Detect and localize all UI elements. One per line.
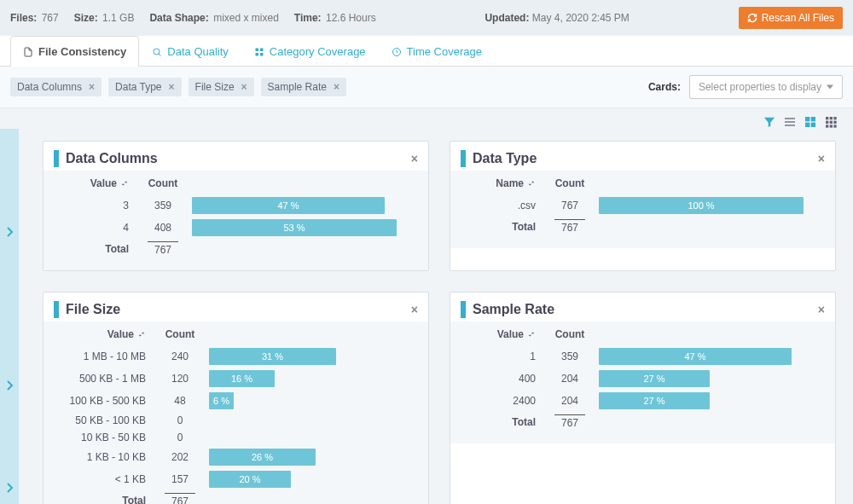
header-value[interactable]: Value bbox=[461, 328, 546, 340]
table-row: 3 359 47 % bbox=[54, 194, 418, 217]
row-value: 500 KB - 1 MB bbox=[54, 373, 156, 385]
filter-icon[interactable] bbox=[763, 115, 776, 129]
tab-data-quality[interactable]: Data Quality bbox=[139, 36, 241, 67]
svg-rect-13 bbox=[826, 117, 828, 119]
card-close-button[interactable]: × bbox=[818, 152, 825, 165]
chip-remove-icon[interactable]: × bbox=[241, 81, 247, 93]
rail-expand-button[interactable] bbox=[0, 155, 19, 309]
row-count: 204 bbox=[546, 373, 594, 385]
row-bar-cell: 27 % bbox=[594, 392, 825, 409]
header-count[interactable]: Count bbox=[546, 177, 594, 189]
row-value: 1 KB - 10 KB bbox=[54, 451, 156, 463]
table-row: 1 KB - 10 KB 202 26 % bbox=[54, 446, 418, 468]
metric-time: Time: 12.6 Hours bbox=[294, 12, 376, 24]
file-icon bbox=[23, 47, 33, 57]
row-count: 204 bbox=[546, 395, 594, 407]
rescan-button[interactable]: Rescan All Files bbox=[739, 7, 843, 29]
row-value: 4 bbox=[54, 222, 139, 234]
header-value[interactable]: Value bbox=[54, 328, 156, 340]
table-row: 10 KB - 50 KB 0 bbox=[54, 429, 418, 446]
large-grid-view-icon[interactable] bbox=[804, 115, 817, 129]
chip-sample-rate[interactable]: Sample Rate× bbox=[261, 78, 346, 96]
cards-selector-group: Cards: Select properties to display bbox=[648, 75, 843, 99]
metrics-group: Files: 767 Size: 1.1 GB Data Shape: mixe… bbox=[10, 12, 376, 24]
header-count[interactable]: Count bbox=[546, 328, 594, 340]
header-value[interactable]: Name bbox=[461, 177, 546, 189]
row-value: < 1 KB bbox=[54, 473, 156, 485]
sort-icon[interactable] bbox=[137, 330, 146, 339]
sort-icon[interactable] bbox=[527, 179, 536, 188]
row-bar-cell: 53 % bbox=[187, 219, 418, 236]
header-count[interactable]: Count bbox=[156, 328, 204, 340]
sort-icon[interactable] bbox=[527, 330, 536, 339]
chip-file-size[interactable]: File Size× bbox=[189, 78, 254, 96]
rail-expand-button[interactable] bbox=[0, 462, 19, 504]
total-value: 767 bbox=[546, 414, 594, 429]
svg-rect-11 bbox=[805, 123, 809, 127]
svg-rect-4 bbox=[260, 53, 264, 56]
svg-rect-18 bbox=[833, 121, 836, 124]
row-value: 10 KB - 50 KB bbox=[54, 432, 156, 443]
total-label: Total bbox=[54, 243, 139, 255]
card-close-button[interactable]: × bbox=[411, 303, 418, 316]
cards-select-dropdown[interactable]: Select properties to display bbox=[689, 75, 843, 99]
total-row: Total 767 bbox=[461, 412, 825, 432]
tab-label: Time Coverage bbox=[407, 45, 482, 58]
percent-bar: 47 % bbox=[192, 197, 385, 214]
total-row: Total 767 bbox=[54, 239, 418, 258]
card-data-columns: Data Columns × Value Count 3 359 47 % 4 … bbox=[43, 141, 429, 271]
card-close-button[interactable]: × bbox=[411, 152, 418, 165]
chip-label: Data Type bbox=[115, 81, 161, 93]
row-count: 359 bbox=[139, 200, 187, 211]
header-value[interactable]: Value bbox=[54, 177, 139, 189]
chip-remove-icon[interactable]: × bbox=[89, 81, 95, 93]
svg-rect-20 bbox=[830, 125, 833, 127]
row-count: 202 bbox=[156, 451, 204, 463]
percent-bar: 100 % bbox=[599, 197, 804, 214]
tab-file-consistency[interactable]: File Consistency bbox=[10, 36, 139, 67]
percent-bar: 31 % bbox=[209, 348, 336, 365]
tab-label: Data Quality bbox=[167, 45, 229, 58]
content-area: Data Columns × Value Count 3 359 47 % 4 … bbox=[0, 129, 853, 504]
total-value: 767 bbox=[156, 493, 204, 504]
row-value: 3 bbox=[54, 200, 139, 211]
top-metrics-bar: Files: 767 Size: 1.1 GB Data Shape: mixe… bbox=[0, 0, 853, 36]
table-row: .csv 767 100 % bbox=[461, 194, 825, 217]
card-close-button[interactable]: × bbox=[818, 303, 825, 316]
row-value: 50 KB - 100 KB bbox=[54, 414, 156, 426]
card-accent-bar bbox=[54, 150, 59, 167]
chip-remove-icon[interactable]: × bbox=[334, 81, 339, 93]
chip-data-type[interactable]: Data Type× bbox=[108, 78, 182, 96]
list-view-icon[interactable] bbox=[783, 115, 797, 129]
tab-category-coverage[interactable]: Category Coverage bbox=[241, 36, 379, 67]
row-value: 2400 bbox=[461, 395, 546, 407]
metric-files: Files: 767 bbox=[10, 12, 59, 24]
card-accent-bar bbox=[54, 301, 59, 318]
chevron-right-icon bbox=[6, 227, 13, 237]
table-row: 50 KB - 100 KB 0 bbox=[54, 412, 418, 429]
row-value: .csv bbox=[461, 200, 546, 211]
cards-grid: Data Columns × Value Count 3 359 47 % 4 … bbox=[19, 129, 853, 504]
small-grid-view-icon[interactable] bbox=[824, 115, 838, 129]
card-sample-rate: Sample Rate × Value Count 1 359 47 % 400… bbox=[450, 292, 836, 504]
rescan-label: Rescan All Files bbox=[762, 12, 834, 24]
total-label: Total bbox=[461, 221, 546, 233]
grid-icon bbox=[254, 47, 264, 57]
card-title: Data Type bbox=[473, 151, 537, 166]
card-header: File Size × bbox=[44, 293, 428, 322]
chip-remove-icon[interactable]: × bbox=[169, 81, 175, 93]
column-headers: Value Count bbox=[461, 325, 825, 345]
clock-icon bbox=[392, 47, 402, 57]
rail-expand-button[interactable] bbox=[0, 309, 19, 462]
row-bar-cell: 26 % bbox=[204, 449, 418, 466]
percent-bar: 6 % bbox=[209, 392, 234, 409]
percent-bar: 27 % bbox=[599, 392, 710, 409]
header-count[interactable]: Count bbox=[139, 177, 187, 189]
tab-time-coverage[interactable]: Time Coverage bbox=[379, 36, 495, 67]
row-count: 408 bbox=[139, 222, 187, 234]
tab-label: Category Coverage bbox=[270, 45, 366, 58]
svg-rect-2 bbox=[260, 48, 264, 51]
card-file-size: File Size × Value Count 1 MB - 10 MB 240… bbox=[43, 292, 429, 504]
sort-icon[interactable] bbox=[120, 179, 129, 188]
chip-data-columns[interactable]: Data Columns× bbox=[10, 78, 102, 96]
